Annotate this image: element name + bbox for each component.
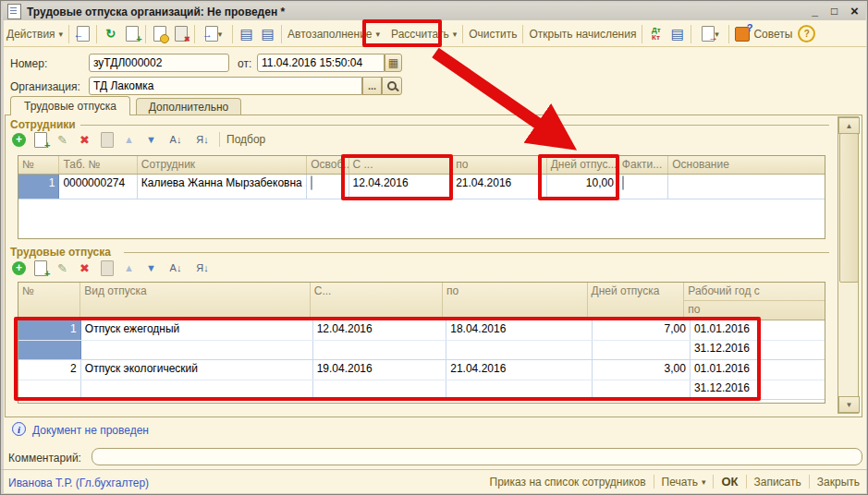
- cell-num[interactable]: 1: [18, 175, 59, 199]
- add-row-icon[interactable]: +: [12, 261, 26, 275]
- dt-kt-icon[interactable]: ДтКт: [648, 27, 664, 42]
- post-document-icon[interactable]: [152, 27, 167, 42]
- help-icon[interactable]: ?: [798, 25, 815, 42]
- move-down-icon[interactable]: ▼: [143, 260, 159, 275]
- copy-row-icon[interactable]: +: [32, 260, 48, 275]
- number-input[interactable]: зуТДЛ000002: [89, 54, 229, 72]
- window-title: Трудовые отпуска организаций: Не проведе…: [27, 6, 285, 18]
- toolbar-divider: [4, 46, 866, 47]
- end-edit-icon[interactable]: [99, 132, 115, 147]
- report-icon[interactable]: ▤: [669, 27, 685, 42]
- print-button[interactable]: Печать▾: [662, 476, 706, 489]
- scroll-thumb[interactable]: [839, 133, 859, 283]
- chevron-down-icon: ▾: [59, 30, 64, 39]
- advice-button[interactable]: ? Советы: [735, 27, 792, 42]
- organization-label: Организация:: [10, 80, 80, 93]
- vertical-scrollbar[interactable]: ▲ ▼: [837, 116, 859, 414]
- cell-from[interactable]: 12.04.2016: [349, 175, 453, 199]
- datetime-input[interactable]: 11.04.2016 15:50:04: [257, 54, 385, 72]
- cell-release[interactable]: [307, 175, 348, 199]
- leaves-section-title: Трудовые отпуска: [10, 246, 111, 259]
- actions-button[interactable]: Действия▾: [6, 28, 63, 41]
- leave-row[interactable]: 2 Отпуск экологический 19.04.2016 21.04.…: [18, 360, 825, 400]
- col-tab-num: Таб. №: [59, 156, 137, 174]
- document-icon[interactable]: [7, 4, 21, 19]
- delete-row-icon[interactable]: ✖: [77, 260, 92, 275]
- write-document-icon[interactable]: ←: [75, 27, 91, 42]
- autofill-button[interactable]: Автозаполнение▾: [287, 28, 380, 41]
- tab-labor-leaves[interactable]: Трудовые отпуска: [10, 96, 130, 115]
- employees-table: № Таб. № Сотрудник Освоб... С ... по Дне…: [18, 155, 825, 239]
- sort-asc-icon[interactable]: А↓: [165, 132, 186, 147]
- move-down-icon[interactable]: ▼: [143, 132, 159, 147]
- move-up-icon[interactable]: ▲: [121, 132, 137, 147]
- order-employee-list-button[interactable]: Приказ на список сотрудников: [490, 476, 646, 489]
- leaves-table: № Вид отпуска С... по Дней отпуска Рабоч…: [18, 282, 825, 404]
- open-accruals-button[interactable]: Открыть начисления: [529, 28, 636, 41]
- open-button[interactable]: [382, 77, 402, 95]
- sort-asc-icon[interactable]: А↓: [165, 260, 186, 275]
- cell-tab-num[interactable]: 0000000274: [59, 175, 137, 199]
- list-settings-icon[interactable]: ▤: [260, 27, 275, 42]
- maximize-button[interactable]: □: [826, 4, 842, 18]
- tab-additional[interactable]: Дополнительно: [136, 98, 241, 115]
- write-button[interactable]: Записать: [754, 476, 801, 489]
- cell-to[interactable]: 21.04.2016: [452, 175, 547, 199]
- leaves-table-header: № Вид отпуска С... по Дней отпуска Рабоч…: [18, 283, 825, 320]
- end-edit-icon[interactable]: [99, 260, 115, 275]
- number-label: Номер:: [10, 57, 47, 70]
- col-num: №: [18, 156, 59, 174]
- author-text: Иванова Т.Р. (Гл.бухгалтер): [8, 477, 149, 489]
- col-actual: Факти...: [618, 156, 668, 174]
- employees-table-header: № Таб. № Сотрудник Освоб... С ... по Дне…: [18, 156, 825, 175]
- choose-button[interactable]: ...: [362, 77, 382, 95]
- col-work-year: Рабочий год с по: [684, 283, 825, 320]
- col-employee: Сотрудник: [138, 156, 307, 174]
- refresh-icon[interactable]: ↻: [103, 27, 118, 42]
- calculate-button[interactable]: Рассчитать▾: [391, 28, 457, 41]
- col-vacation-days: Дней отпус...: [547, 156, 618, 174]
- scroll-up-button[interactable]: ▲: [838, 117, 860, 134]
- up-arrow-icon: ▲: [846, 122, 853, 130]
- cell-vacation-days[interactable]: 10,00: [547, 175, 618, 199]
- col-release: Освоб...: [307, 156, 348, 174]
- unpost-document-icon[interactable]: ✖: [173, 27, 189, 42]
- actual-checkbox[interactable]: [622, 175, 624, 190]
- release-checkbox[interactable]: [311, 175, 312, 190]
- pick-button[interactable]: Подбор: [226, 133, 265, 146]
- edit-row-icon[interactable]: ✎: [55, 132, 70, 147]
- move-up-icon[interactable]: ▲: [121, 260, 137, 275]
- footer-buttons: Приказ на список сотрудников Печать▾ ОК …: [490, 475, 860, 489]
- info-icon: i: [12, 422, 26, 436]
- col-from: С...: [311, 283, 443, 320]
- close-form-button[interactable]: Закрыть: [817, 476, 860, 489]
- chevron-down-icon: ▾: [376, 30, 381, 39]
- go-to-icon[interactable]: →▾: [201, 27, 226, 42]
- leaves-toolbar: + + ✎ ✖ ▲ ▼ А↓ Я↓: [12, 260, 213, 275]
- clear-button[interactable]: Очистить: [469, 28, 517, 41]
- employee-row[interactable]: 1 0000000274 Калиева Жанна Мырзабековна …: [18, 175, 825, 199]
- organization-input[interactable]: ТД Лакомка: [89, 77, 362, 95]
- copy-document-icon[interactable]: +: [124, 27, 140, 42]
- cell-employee[interactable]: Калиева Жанна Мырзабековна ...: [138, 175, 307, 199]
- delete-row-icon[interactable]: ✖: [77, 132, 92, 147]
- col-from: С ...: [349, 156, 453, 174]
- ok-button[interactable]: ОК: [721, 475, 738, 489]
- copy-row-icon[interactable]: +: [32, 132, 48, 147]
- leave-row[interactable]: 1 Отпуск ежегодный 12.04.2016 18.04.2016…: [18, 320, 825, 360]
- add-row-icon[interactable]: +: [12, 133, 26, 147]
- calendar-icon: ▦: [388, 56, 398, 69]
- comment-input[interactable]: [92, 448, 862, 465]
- close-button[interactable]: ×: [847, 4, 862, 18]
- sort-desc-icon[interactable]: Я↓: [192, 260, 213, 275]
- cell-actual[interactable]: [618, 175, 668, 199]
- scroll-down-button[interactable]: ▼: [838, 396, 860, 413]
- copy-arrow-icon[interactable]: →▾: [697, 27, 723, 42]
- cell-basis[interactable]: [668, 175, 825, 199]
- edit-row-icon[interactable]: ✎: [55, 260, 70, 275]
- employees-section-title: Сотрудники: [10, 118, 76, 131]
- sort-desc-icon[interactable]: Я↓: [192, 132, 213, 147]
- list-rows-icon[interactable]: ▤: [238, 27, 254, 42]
- calendar-button[interactable]: ▦: [385, 54, 402, 72]
- minimize-button[interactable]: _: [807, 4, 823, 18]
